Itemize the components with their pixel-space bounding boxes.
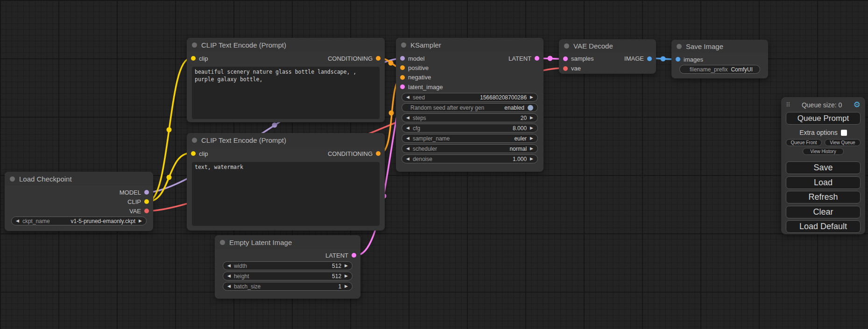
port-conditioning-output[interactable]: CONDITIONING xyxy=(328,150,381,157)
clip-port-dot-icon[interactable] xyxy=(191,56,196,61)
latent-port-dot-icon[interactable] xyxy=(563,56,568,61)
collapse-dot-icon[interactable] xyxy=(192,138,197,143)
ckpt-name-widget[interactable]: ◀ ckpt_name v1-5-pruned-emaonly.ckpt ▶ xyxy=(11,217,147,225)
conditioning-port-dot-icon[interactable] xyxy=(400,65,405,70)
node-save-image[interactable]: Save Image images filename_prefix ComfyU… xyxy=(671,40,768,78)
increment-arrow-icon[interactable]: ▶ xyxy=(530,95,533,99)
view-history-button[interactable]: View History xyxy=(803,148,844,155)
negative-prompt-textarea[interactable]: text, watermark xyxy=(192,162,380,226)
port-label: VAE xyxy=(129,208,141,215)
decrement-arrow-icon[interactable]: ◀ xyxy=(16,219,19,223)
toggle-dot-icon[interactable] xyxy=(528,105,533,111)
view-queue-button[interactable]: View Queue xyxy=(825,139,861,146)
node-clip-text-encode-negative[interactable]: CLIP Text Encode (Prompt) clip CONDITION… xyxy=(187,133,385,231)
node-title-bar[interactable]: Load Checkpoint xyxy=(5,172,153,186)
increment-arrow-icon[interactable]: ▶ xyxy=(530,157,533,161)
decrement-arrow-icon[interactable]: ◀ xyxy=(406,126,409,130)
vae-port-dot-icon[interactable] xyxy=(563,66,568,71)
decrement-arrow-icon[interactable]: ◀ xyxy=(227,264,231,268)
positive-prompt-textarea[interactable]: beautiful scenery nature glass bottle la… xyxy=(192,67,380,119)
load-button[interactable]: Load xyxy=(786,176,861,189)
node-title-bar[interactable]: CLIP Text Encode (Prompt) xyxy=(187,38,385,52)
port-latent-output[interactable]: LATENT xyxy=(508,55,539,62)
decrement-arrow-icon[interactable]: ◀ xyxy=(406,116,409,120)
latent-port-dot-icon[interactable] xyxy=(400,84,405,89)
extra-options-checkbox[interactable] xyxy=(841,130,847,136)
decrement-arrow-icon[interactable]: ◀ xyxy=(406,136,409,140)
port-vae-output[interactable]: VAE xyxy=(129,208,149,215)
increment-arrow-icon[interactable]: ▶ xyxy=(530,126,533,130)
widget-value: 20 xyxy=(521,115,527,121)
queue-front-button[interactable]: Queue Front xyxy=(786,139,822,146)
increment-arrow-icon[interactable]: ▶ xyxy=(345,274,348,278)
node-vae-decode[interactable]: VAE Decode samples IMAGE vae xyxy=(559,39,656,74)
drag-handle-icon[interactable]: ⠿ xyxy=(786,101,790,108)
vae-port-dot-icon[interactable] xyxy=(144,209,149,213)
collapse-dot-icon[interactable] xyxy=(401,42,406,48)
latent-port-dot-icon[interactable] xyxy=(352,253,356,258)
collapse-dot-icon[interactable] xyxy=(677,44,682,49)
sampler-name-widget[interactable]: ◀ sampler_name euler ▶ xyxy=(402,134,538,143)
clip-port-dot-icon[interactable] xyxy=(191,151,196,156)
port-image-output[interactable]: IMAGE xyxy=(624,55,652,62)
batch-size-widget[interactable]: ◀ batch_size 1 ▶ xyxy=(223,282,353,291)
conditioning-port-dot-icon[interactable] xyxy=(400,75,405,80)
steps-widget[interactable]: ◀ steps 20 ▶ xyxy=(402,113,538,122)
increment-arrow-icon[interactable]: ▶ xyxy=(345,284,348,288)
node-clip-text-encode-positive[interactable]: CLIP Text Encode (Prompt) clip CONDITION… xyxy=(187,38,385,122)
collapse-dot-icon[interactable] xyxy=(220,240,225,245)
decrement-arrow-icon[interactable]: ◀ xyxy=(406,95,409,99)
image-port-dot-icon[interactable] xyxy=(647,56,652,61)
node-ksampler[interactable]: KSampler model LATENT positive negative … xyxy=(396,38,543,172)
conditioning-port-dot-icon[interactable] xyxy=(376,151,381,156)
settings-gear-icon[interactable]: ⚙ xyxy=(854,100,861,110)
decrement-arrow-icon[interactable]: ◀ xyxy=(406,157,409,161)
increment-arrow-icon[interactable]: ▶ xyxy=(345,264,348,268)
node-title-bar[interactable]: VAE Decode xyxy=(559,39,656,52)
save-button[interactable]: Save xyxy=(786,161,861,174)
collapse-dot-icon[interactable] xyxy=(564,43,569,49)
clear-button[interactable]: Clear xyxy=(786,206,861,218)
port-conditioning-output[interactable]: CONDITIONING xyxy=(328,55,381,62)
denoise-widget[interactable]: ◀ denoise 1.000 ▶ xyxy=(402,154,538,163)
port-latent-output[interactable]: LATENT xyxy=(325,252,356,259)
load-default-button[interactable]: Load Default xyxy=(786,220,861,233)
port-label: MODEL xyxy=(120,189,141,196)
collapse-dot-icon[interactable] xyxy=(192,42,197,48)
increment-arrow-icon[interactable]: ▶ xyxy=(139,219,142,223)
increment-arrow-icon[interactable]: ▶ xyxy=(530,136,533,140)
image-port-dot-icon[interactable] xyxy=(676,57,680,62)
node-title-bar[interactable]: Save Image xyxy=(671,40,768,53)
increment-arrow-icon[interactable]: ▶ xyxy=(530,116,533,120)
port-model-output[interactable]: MODEL xyxy=(120,189,149,196)
filename-prefix-widget[interactable]: filename_prefix ComfyUI xyxy=(679,65,760,74)
clip-port-dot-icon[interactable] xyxy=(144,199,149,204)
node-title-bar[interactable]: CLIP Text Encode (Prompt) xyxy=(187,133,385,147)
model-port-dot-icon[interactable] xyxy=(144,190,149,195)
collapse-dot-icon[interactable] xyxy=(10,176,15,182)
node-title-bar[interactable]: KSampler xyxy=(396,38,543,52)
decrement-arrow-icon[interactable]: ◀ xyxy=(227,274,231,278)
node-load-checkpoint[interactable]: Load Checkpoint MODEL CLIP VAE ◀ ckpt_na… xyxy=(5,172,153,231)
port-clip-output[interactable]: CLIP xyxy=(127,198,149,205)
width-widget[interactable]: ◀ width 512 ▶ xyxy=(223,261,353,270)
model-port-dot-icon[interactable] xyxy=(400,56,405,61)
latent-port-dot-icon[interactable] xyxy=(535,56,539,61)
node-title: VAE Decode xyxy=(573,42,613,50)
decrement-arrow-icon[interactable]: ◀ xyxy=(227,284,231,288)
widget-label: steps xyxy=(413,115,426,121)
queue-prompt-button[interactable]: Queue Prompt xyxy=(786,112,861,125)
seed-widget[interactable]: ◀ seed 156680208700286 ▶ xyxy=(402,93,538,102)
cfg-widget[interactable]: ◀ cfg 8.000 ▶ xyxy=(402,124,538,133)
conditioning-port-dot-icon[interactable] xyxy=(376,56,381,61)
scheduler-widget[interactable]: ◀ scheduler normal ▶ xyxy=(402,144,538,153)
node-empty-latent-image[interactable]: Empty Latent Image LATENT ◀ width 512 ▶ … xyxy=(215,235,360,299)
node-graph-canvas[interactable]: Load Checkpoint MODEL CLIP VAE ◀ ckpt_na… xyxy=(0,0,868,329)
height-widget[interactable]: ◀ height 512 ▶ xyxy=(223,272,353,280)
widget-value: 1.000 xyxy=(513,156,527,162)
refresh-button[interactable]: Refresh xyxy=(786,191,861,203)
increment-arrow-icon[interactable]: ▶ xyxy=(530,147,533,151)
random-seed-toggle-widget[interactable]: Random seed after every gen enabled xyxy=(402,103,538,112)
node-title-bar[interactable]: Empty Latent Image xyxy=(215,235,360,249)
decrement-arrow-icon[interactable]: ◀ xyxy=(406,147,409,151)
